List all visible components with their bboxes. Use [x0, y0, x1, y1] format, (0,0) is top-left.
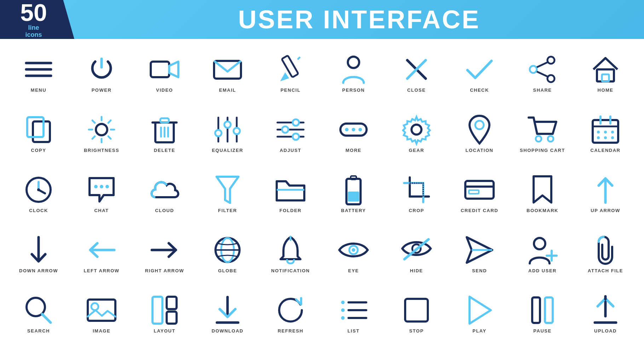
- send-icon: [464, 234, 495, 266]
- pause-icon: [527, 294, 558, 326]
- svg-rect-118: [405, 299, 428, 322]
- icon-cell-notification: NOTIFICATION: [259, 223, 322, 283]
- adjust-icon: [275, 114, 306, 146]
- delete-icon: [149, 114, 180, 146]
- folder-label: FOLDER: [280, 208, 301, 213]
- play-icon: [464, 294, 495, 326]
- svg-point-40: [215, 130, 222, 136]
- credit-card-label: CREDIT CARD: [461, 208, 498, 213]
- svg-line-26: [92, 120, 95, 123]
- icon-cell-bookmark: BOOKMARK: [511, 163, 574, 223]
- badge-number: 50: [20, 0, 47, 24]
- brightness-icon: [86, 114, 117, 146]
- shopping-cart-icon: [527, 114, 558, 146]
- svg-point-112: [341, 301, 345, 304]
- svg-rect-3: [151, 62, 169, 77]
- video-label: VIDEO: [156, 87, 173, 93]
- icon-cell-share: SHARE: [511, 42, 574, 103]
- icon-cell-stop: STOP: [385, 283, 448, 343]
- send-label: SEND: [472, 268, 487, 273]
- icon-cell-attach-file: ATTACH FILE: [574, 223, 637, 283]
- add-user-label: ADD USER: [528, 268, 557, 273]
- globe-icon: [212, 234, 243, 266]
- bookmark-icon: [527, 174, 558, 206]
- cloud-icon: [149, 174, 180, 206]
- svg-marker-119: [470, 297, 491, 324]
- svg-point-54: [536, 136, 541, 142]
- battery-icon: [338, 174, 369, 206]
- gear-label: GEAR: [409, 148, 424, 153]
- icon-cell-clock: CLOCK: [7, 163, 70, 223]
- svg-point-72: [105, 185, 109, 188]
- layout-label: LAYOUT: [154, 328, 175, 334]
- adjust-label: ADJUST: [280, 148, 301, 153]
- search-label: SEARCH: [27, 328, 50, 334]
- svg-line-29: [92, 136, 95, 139]
- icon-cell-folder: FOLDER: [259, 163, 322, 223]
- svg-line-15: [537, 62, 547, 67]
- hide-label: HIDE: [410, 268, 423, 273]
- icon-cell-add-user: ADD USER: [511, 223, 574, 283]
- icon-cell-adjust: ADJUST: [259, 103, 322, 163]
- icon-cell-check: CHECK: [448, 42, 511, 103]
- copy-label: COPY: [31, 148, 46, 153]
- image-icon: [86, 294, 117, 326]
- crop-label: CROP: [409, 208, 424, 213]
- icon-cell-copy: COPY: [7, 103, 70, 163]
- power-label: POWER: [92, 87, 112, 93]
- icon-cell-chat: CHAT: [70, 163, 133, 223]
- svg-point-61: [604, 131, 607, 133]
- svg-point-51: [358, 128, 362, 131]
- image-label: IMAGE: [93, 328, 110, 334]
- svg-rect-108: [167, 297, 177, 309]
- person-label: PERSON: [342, 87, 365, 93]
- crop-icon: [401, 174, 432, 206]
- copy-icon: [23, 114, 54, 146]
- icon-cell-search: SEARCH: [7, 283, 70, 343]
- icon-cell-power: POWER: [70, 42, 133, 103]
- icon-cell-location: LOCATION: [448, 103, 511, 163]
- icon-cell-left-arrow: LEFT ARROW: [70, 223, 133, 283]
- upload-icon: [590, 294, 621, 326]
- svg-point-63: [597, 136, 600, 139]
- icon-cell-globe: GLOBE: [196, 223, 259, 283]
- svg-rect-19: [33, 121, 50, 142]
- play-label: PLAY: [472, 328, 486, 334]
- svg-point-100: [534, 238, 545, 249]
- icon-cell-person: PERSON: [322, 42, 385, 103]
- calendar-icon: [590, 114, 621, 146]
- svg-point-53: [475, 121, 484, 129]
- icon-cell-video: VIDEO: [133, 42, 196, 103]
- svg-rect-105: [88, 300, 115, 321]
- svg-point-49: [345, 128, 349, 131]
- icon-cell-play: PLAY: [448, 283, 511, 343]
- svg-rect-20: [27, 117, 44, 137]
- icon-cell-menu: MENU: [7, 42, 70, 103]
- svg-point-114: [341, 316, 345, 320]
- download-label: DOWNLOAD: [212, 328, 243, 334]
- gear-icon: [401, 114, 432, 146]
- icon-cell-filter: FILTER: [196, 163, 259, 223]
- brightness-label: BRIGHTNESS: [84, 148, 119, 153]
- svg-rect-121: [545, 297, 553, 323]
- stop-label: STOP: [409, 328, 424, 334]
- more-label: MORE: [346, 148, 362, 153]
- refresh-icon: [275, 294, 306, 326]
- eye-label: EYE: [348, 268, 359, 273]
- upload-label: UPLOAD: [594, 328, 617, 334]
- svg-line-28: [108, 120, 111, 123]
- calendar-label: CALENDAR: [591, 148, 621, 153]
- icon-cell-shopping-cart: SHOPPING CART: [511, 103, 574, 163]
- header: 50 lineicons USER INTERFACE: [0, 0, 644, 39]
- location-label: LOCATION: [466, 148, 494, 153]
- svg-point-95: [352, 248, 355, 252]
- equalizer-label: EQUALIZER: [212, 148, 243, 153]
- home-label: HOME: [598, 87, 614, 93]
- email-icon: [212, 53, 243, 85]
- bookmark-label: BOOKMARK: [527, 208, 558, 213]
- svg-marker-7: [282, 74, 288, 80]
- layout-icon: [149, 294, 180, 326]
- check-label: CHECK: [470, 87, 489, 93]
- svg-line-27: [108, 136, 111, 139]
- power-icon: [86, 53, 117, 85]
